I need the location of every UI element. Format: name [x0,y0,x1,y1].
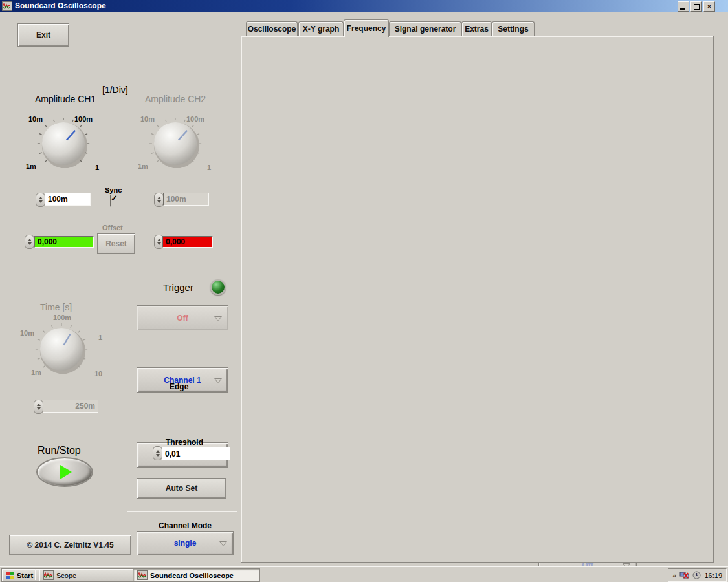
knob-scale-label: 1 [98,334,102,341]
amplitude-sync-checkbox[interactable] [110,195,111,207]
offset-ch1-value[interactable]: 0,000 [34,236,94,248]
exit-button[interactable]: Exit [17,23,69,47]
amplitude-ch2-spinner[interactable] [154,193,164,207]
tab-signal-generator[interactable]: Signal generator [389,21,461,36]
restore-button[interactable] [690,1,702,12]
windows-logo-icon [6,571,14,579]
scheduler-icon[interactable] [692,571,701,579]
run-stop-button[interactable] [36,457,93,487]
taskbar-divider [35,569,38,580]
knob-scale-label: 10m [140,115,155,123]
amplitude-ch1-title: Amplitude CH1 [35,94,96,104]
channel-mode-label: Channel Mode [159,521,212,530]
network-error-icon[interactable] [679,571,689,579]
channel-mode-value: single [174,539,197,548]
tray-chevron-icon[interactable]: « [672,572,676,579]
offset-label: Offset [102,224,123,232]
time-spinner[interactable] [34,400,43,414]
system-tray: « 16:19 [668,568,727,582]
chevron-down-icon [214,316,222,325]
app-window: Soundcard Oscilloscope × Exit [1/Div] Am… [0,0,728,582]
threshold-spinner[interactable] [153,446,162,460]
time-value: 250m [43,400,98,413]
amplitude-ch2-title: Amplitude CH2 [145,94,206,104]
tab-xy-graph[interactable]: X-Y graph [298,21,344,36]
threshold-label: Threshold [166,438,203,447]
start-label: Start [17,572,33,579]
frequency-tab-panel [241,36,714,563]
trigger-led [210,279,226,295]
window-title: Soundcard Oscilloscope [15,1,106,10]
task-active-label: Soundcard Oscilloscope [150,572,234,579]
trigger-mode-value: Off [177,314,188,323]
knob-scale-label: 1 [207,164,211,171]
knob-scale-label: 10 [94,370,102,378]
time-title: Time [s] [40,302,72,312]
scope-icon [137,570,148,580]
tray-clock: 16:19 [704,572,722,579]
copyright-button[interactable]: © 2014 C. Zeitnitz V1.45 [9,535,131,555]
knob-scale-label: 10m [20,329,34,337]
trigger-group: Trigger Off Channel 1 Edge rising Thresh… [127,272,237,511]
tab-frequency[interactable]: Frequency [344,19,389,37]
offset-ch2-value[interactable]: 0,000 [162,236,213,248]
tab-settings[interactable]: Settings [492,21,535,36]
knob-scale-label: 100m [74,115,93,123]
task-button-scope[interactable]: Scope [39,568,138,582]
threshold-value[interactable]: 0,01 [162,447,230,460]
knob-scale-label: 10m [28,115,43,123]
knob-scale-label: 1 [95,164,99,171]
minimize-button[interactable] [678,1,689,12]
amplitude-group: [1/Div] Amplitude CH1 Amplitude CH2 10m … [9,58,237,263]
tab-oscilloscope[interactable]: Oscilloscope [246,21,298,36]
knob-scale-label: 1m [26,162,36,170]
chevron-down-icon [214,378,222,387]
edge-label: Edge [170,382,188,391]
close-icon[interactable]: × [703,1,715,12]
knob-scale-label: 1m [31,369,41,376]
amplitude-ch2-value: 100m [163,193,209,206]
auto-set-button[interactable]: Auto Set [137,478,226,499]
knob-scale-label: 1m [138,162,148,170]
task-scope-label: Scope [56,572,76,579]
task-button-soundcard-oscilloscope[interactable]: Soundcard Oscilloscope [133,568,260,582]
amplitude-ch1-value[interactable]: 100m [45,193,91,206]
taskbar: Start Scope Soundcard Oscilloscope « 16:… [0,566,728,582]
title-bar: Soundcard Oscilloscope × [0,0,728,12]
app-icon [2,1,12,11]
chevron-down-icon [219,541,227,550]
trigger-mode-dropdown: Off [137,305,228,330]
knob-scale-label: 100m [53,314,71,321]
knob-scale-label: 100m [186,115,204,123]
per-div-label: [1/Div] [102,85,128,95]
scope-icon [43,570,54,580]
tab-extras[interactable]: Extras [461,21,492,36]
trigger-title: Trigger [163,282,193,293]
amplitude-ch1-spinner[interactable] [36,193,45,207]
channel-mode-dropdown[interactable]: single [137,531,234,555]
offset-reset-button[interactable]: Reset [97,233,135,254]
run-stop-label: Run/Stop [38,445,81,457]
offset-ch1-spinner[interactable] [25,235,34,249]
